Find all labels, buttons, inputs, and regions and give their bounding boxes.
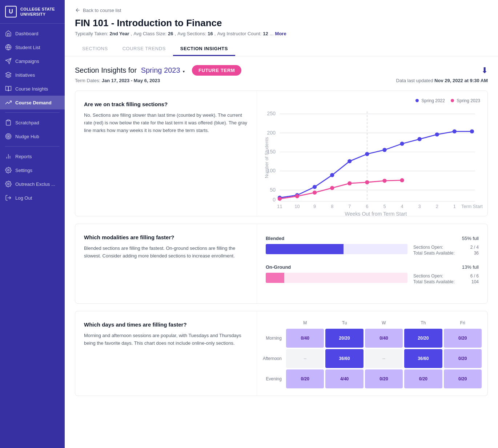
sidebar-item-label: Log Out xyxy=(15,195,32,201)
svg-point-43 xyxy=(295,194,299,198)
avg-sections-label: Avg Sections: xyxy=(177,31,206,36)
insights-title: Section Insights for Spring 2023 ▾ xyxy=(75,66,185,75)
blended-stats: Sections Open:2 / 4 Total Seats Availabl… xyxy=(413,245,479,256)
ellipsis: ... xyxy=(270,31,274,36)
svg-point-46 xyxy=(348,181,352,185)
content-area: Section Insights for Spring 2023 ▾ FUTUR… xyxy=(65,56,498,412)
legend-item-spring2023: Spring 2023 xyxy=(451,98,480,103)
svg-point-33 xyxy=(330,173,334,177)
sidebar-item-dashboard[interactable]: Dashboard xyxy=(0,27,65,40)
sidebar-item-settings[interactable]: Settings xyxy=(0,163,65,177)
svg-text:Number of Students: Number of Students xyxy=(264,137,269,178)
term-link[interactable]: Spring 2023 xyxy=(141,66,180,74)
typically-taken-value: 2nd Year xyxy=(110,31,129,36)
heatmap-empty-header xyxy=(263,319,285,327)
svg-point-35 xyxy=(365,152,369,156)
sidebar-item-label: Dashboard xyxy=(15,31,39,36)
arrow-left-icon xyxy=(75,7,81,13)
heatmap-row-afternoon: Afternoon xyxy=(263,349,285,368)
typically-taken-label: Typically Taken: xyxy=(75,31,108,36)
heatmap-cell-evening-th: 0/20 xyxy=(404,369,442,388)
sidebar: U COLLEGE STATEUNIVERSITY Dashboard Stud… xyxy=(0,0,65,448)
svg-text:5: 5 xyxy=(383,204,386,209)
logo-text: COLLEGE STATEUNIVERSITY xyxy=(20,7,55,17)
blended-pct: 55% full xyxy=(462,236,479,241)
sidebar-item-label: Initiatives xyxy=(15,72,35,78)
sidebar-item-label: Course Insights xyxy=(15,86,48,92)
svg-point-39 xyxy=(435,132,439,136)
sidebar-item-course-insights[interactable]: Course Insights xyxy=(0,82,65,96)
sidebar-item-course-demand[interactable]: Course Demand xyxy=(0,96,65,109)
sidebar-item-campaigns[interactable]: Campaigns xyxy=(0,54,65,68)
modality-blended: Blended 55% full Sections Open:2 / 4 Tot… xyxy=(266,236,479,256)
sidebar-logo: U COLLEGE STATEUNIVERSITY xyxy=(0,0,65,24)
heatmap-cell-morning-tu: 20/20 xyxy=(325,329,363,348)
back-link[interactable]: Back to course list xyxy=(75,7,488,13)
term-dates-value: Jan 17, 2023 - May 6, 2023 xyxy=(102,78,160,83)
card-modalities: Which modalities are filling faster? Ble… xyxy=(75,224,488,304)
sidebar-item-student-list[interactable]: Student List xyxy=(0,40,65,54)
svg-point-48 xyxy=(382,179,386,183)
svg-point-7 xyxy=(7,135,10,138)
svg-rect-5 xyxy=(7,120,9,121)
main-header: Back to course list FIN 101 - Introducti… xyxy=(65,0,498,56)
svg-text:Term Start: Term Start xyxy=(461,204,483,209)
svg-text:1: 1 xyxy=(453,204,456,209)
line-chart: 250 200 150 100 50 0 Number of Students xyxy=(264,106,480,209)
card2-desc: Blended sections are filling the fastest… xyxy=(84,245,248,260)
sidebar-item-logout[interactable]: Log Out xyxy=(0,191,65,205)
trending-up-icon xyxy=(5,99,12,106)
heatmap-cell-afternoon-tu: 36/60 xyxy=(325,349,363,368)
heatmap-cell-evening-tu: 4/40 xyxy=(325,369,363,388)
sidebar-item-nudge-hub[interactable]: Nudge Hub xyxy=(0,129,65,143)
avg-instructor-value: 12 xyxy=(263,31,268,36)
download-icon[interactable]: ⬇ xyxy=(481,66,488,75)
legend-item-spring2022: Spring 2022 xyxy=(415,98,445,103)
tab-course-trends[interactable]: COURSE TRENDS xyxy=(115,42,173,56)
svg-point-37 xyxy=(400,142,404,146)
on-ground-bar xyxy=(266,273,284,283)
sidebar-item-reports[interactable]: Reports xyxy=(0,149,65,163)
modality-on-ground: On-Ground 13% full Sections Open:6 / 6 T… xyxy=(266,264,479,284)
avg-class-size-label: Avg Class Size: xyxy=(133,31,166,36)
svg-text:10: 10 xyxy=(294,204,300,209)
log-out-icon xyxy=(5,195,12,201)
tab-sections[interactable]: SECTIONS xyxy=(75,42,115,56)
tab-section-insights[interactable]: SECTION INSIGHTS xyxy=(173,42,235,56)
book-icon xyxy=(5,85,12,92)
heatmap-cell-evening-fri: 0/20 xyxy=(444,369,482,388)
tabs: SECTIONS COURSE TRENDS SECTION INSIGHTS xyxy=(75,42,488,56)
svg-text:7: 7 xyxy=(348,204,351,209)
heatmap-cell-afternoon-w: -- xyxy=(365,349,403,368)
sidebar-item-outreach[interactable]: Outreach Exclus ... xyxy=(0,177,65,191)
svg-point-49 xyxy=(400,178,404,182)
heatmap: M Tu W Th Fri Morning 0/40 20/20 0/40 20… xyxy=(263,319,482,388)
more-link[interactable]: More xyxy=(275,31,286,36)
card2-question: Which modalities are filling faster? xyxy=(84,234,248,240)
chevron-down-icon[interactable]: ▾ xyxy=(183,69,185,73)
future-term-badge: FUTURE TERM xyxy=(192,65,241,76)
svg-text:0: 0 xyxy=(273,197,276,203)
heatmap-cell-evening-m: 0/20 xyxy=(286,369,324,388)
svg-point-36 xyxy=(382,148,386,152)
svg-text:250: 250 xyxy=(267,111,276,116)
sidebar-item-initiatives[interactable]: Initiatives xyxy=(0,68,65,82)
card1-left: Are we on track filling sections? No. Se… xyxy=(75,91,257,216)
heatmap-col-th: Th xyxy=(404,319,442,327)
term-dates-row: Term Dates: Jan 17, 2023 - May 6, 2023 D… xyxy=(75,78,488,83)
card3-left: Which days and times are filling faster?… xyxy=(75,311,257,396)
svg-point-47 xyxy=(365,180,369,184)
avg-class-size-value: 26 xyxy=(168,31,173,36)
svg-point-40 xyxy=(453,129,457,133)
nav-divider-2 xyxy=(5,146,60,147)
svg-point-42 xyxy=(278,197,282,201)
avg-instructor-label: Avg Instructor Count: xyxy=(217,31,261,36)
svg-point-38 xyxy=(417,137,421,141)
heatmap-col-w: W xyxy=(365,319,403,327)
heatmap-col-fri: Fri xyxy=(444,319,482,327)
on-ground-stats: Sections Open:6 / 6 Total Seats Availabl… xyxy=(413,273,479,284)
sidebar-item-scratchpad[interactable]: Scratchpad xyxy=(0,116,65,129)
sidebar-item-label: Campaigns xyxy=(15,59,39,64)
globe-icon xyxy=(5,44,12,51)
svg-text:9: 9 xyxy=(313,204,316,209)
